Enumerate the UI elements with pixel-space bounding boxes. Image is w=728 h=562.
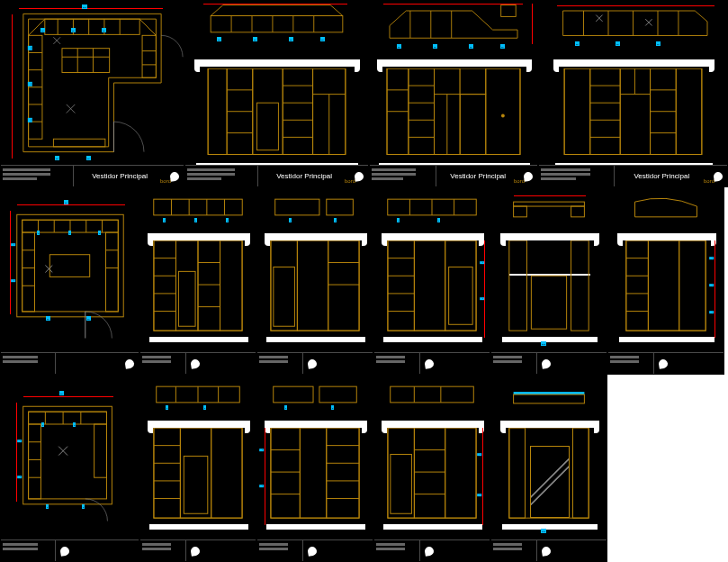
logo-icon bbox=[537, 353, 555, 374]
sheet-elev-l[interactable]: --- bbox=[490, 375, 607, 562]
dim-line bbox=[514, 195, 586, 196]
sheet-elev-f[interactable]: - - - - bbox=[373, 187, 490, 375]
dim-line-v bbox=[715, 240, 715, 338]
dim-label: - bbox=[334, 218, 337, 222]
svg-rect-146 bbox=[449, 267, 473, 324]
titleblock: Vestidor Principal bord bbox=[185, 165, 368, 186]
dim-line-v bbox=[10, 211, 11, 314]
sheet-plan-rect[interactable]: -- - - - - - -- -- bbox=[0, 187, 139, 375]
dim-label: - bbox=[259, 485, 264, 487]
dim-label: - bbox=[477, 453, 481, 456]
dim-label: - bbox=[437, 218, 440, 222]
dim-label: - bbox=[11, 243, 15, 246]
dim-label: -- bbox=[71, 28, 76, 32]
sheet-title: Vestidor Principal bbox=[258, 172, 350, 180]
logo-text: bord bbox=[345, 178, 355, 184]
titleblock bbox=[257, 539, 373, 561]
dim-line bbox=[23, 396, 113, 397]
titleblock bbox=[257, 352, 373, 374]
plan-drawing bbox=[1, 188, 139, 352]
ceiling-slab bbox=[502, 233, 598, 240]
dim-label: - bbox=[477, 494, 481, 496]
sheet-elev-a[interactable]: -- -- -- -- bbox=[184, 0, 369, 187]
drawing-elev-f: - - - - bbox=[374, 188, 490, 352]
titleblock-info bbox=[374, 353, 420, 374]
svg-rect-65 bbox=[460, 68, 486, 95]
sheet-elev-i[interactable]: - - bbox=[139, 375, 256, 562]
svg-marker-26 bbox=[211, 5, 343, 16]
sheet-title: Vestidor Principal bbox=[74, 172, 166, 180]
logo-text: bord bbox=[160, 178, 171, 184]
svg-rect-184 bbox=[211, 428, 242, 518]
svg-rect-208 bbox=[445, 428, 476, 518]
titleblock-info bbox=[1, 166, 74, 186]
svg-rect-150 bbox=[509, 240, 527, 331]
titleblock-info bbox=[374, 540, 420, 561]
dim-label: --- bbox=[541, 529, 546, 533]
svg-rect-67 bbox=[486, 68, 520, 154]
sheet-plan-small[interactable]: -- - - - - - - bbox=[0, 375, 139, 562]
plan-strip bbox=[374, 376, 490, 416]
sheet-elev-g[interactable]: --- bbox=[490, 187, 607, 375]
svg-rect-98 bbox=[22, 232, 35, 312]
dim-label: - bbox=[166, 405, 168, 410]
ceiling-slab bbox=[502, 421, 598, 428]
sheet-plan-principal[interactable]: --- -- -- -- -- -- -- -- -- Vestidor Pri… bbox=[0, 0, 184, 187]
dim-label: - bbox=[82, 504, 85, 509]
plan-strip bbox=[491, 188, 607, 229]
svg-rect-124 bbox=[220, 240, 243, 331]
ceiling-slab bbox=[196, 59, 358, 67]
dim-line-v bbox=[532, 4, 533, 44]
svg-rect-154 bbox=[626, 240, 649, 331]
svg-rect-162 bbox=[29, 412, 107, 499]
titleblock bbox=[1, 352, 139, 374]
titleblock bbox=[374, 539, 490, 561]
sheet-elev-d[interactable]: - - - bbox=[139, 187, 256, 375]
dim-label: - bbox=[68, 231, 71, 235]
plan-strip bbox=[370, 1, 537, 50]
dim-label: -- bbox=[28, 46, 32, 50]
svg-rect-130 bbox=[297, 240, 328, 331]
sheet-elev-j[interactable]: - - - - bbox=[256, 375, 373, 562]
dim-label: - bbox=[259, 449, 264, 451]
sheet-elev-h[interactable]: - - - bbox=[607, 187, 724, 375]
drawing-elev-g: --- bbox=[491, 188, 607, 352]
svg-line-3 bbox=[139, 19, 156, 35]
titleblock bbox=[1, 539, 139, 561]
titleblock-info bbox=[370, 166, 436, 186]
sheet-elev-b[interactable]: -- -- -- -- bbox=[369, 0, 538, 187]
sheet-row-3: -- - - - - - - - bbox=[0, 375, 728, 562]
svg-rect-210 bbox=[514, 394, 585, 403]
dim-label: - bbox=[11, 279, 15, 282]
dim-label: - bbox=[73, 422, 76, 427]
plan-strip bbox=[374, 188, 490, 229]
sheet-elev-e[interactable]: - - bbox=[256, 187, 373, 375]
plan-strip bbox=[140, 376, 256, 416]
svg-rect-16 bbox=[142, 35, 156, 77]
dim-label: - bbox=[163, 218, 166, 222]
logo-icon bbox=[420, 353, 438, 374]
plan-strip bbox=[608, 188, 724, 229]
svg-rect-204 bbox=[414, 428, 445, 518]
dim-label: -- bbox=[217, 37, 221, 41]
titleblock-info bbox=[491, 353, 537, 374]
titleblock-info bbox=[491, 540, 537, 561]
svg-rect-185 bbox=[274, 386, 313, 403]
svg-rect-163 bbox=[29, 412, 107, 424]
svg-rect-152 bbox=[531, 276, 566, 329]
svg-rect-188 bbox=[271, 428, 300, 518]
svg-rect-147 bbox=[514, 202, 585, 206]
drawing-plan-full: --- -- -- -- -- -- -- -- -- bbox=[1, 1, 184, 165]
dim-line bbox=[203, 4, 347, 5]
sheet-elev-k[interactable]: - - bbox=[373, 375, 490, 562]
ceiling-slab bbox=[619, 233, 715, 240]
sheet-elev-c[interactable]: -- -- -- bbox=[538, 0, 728, 187]
drawing-elev-l: --- bbox=[491, 376, 607, 539]
svg-rect-89 bbox=[676, 68, 702, 154]
dim-label: - bbox=[480, 297, 484, 300]
logo-icon bbox=[121, 353, 139, 374]
logo-icon bbox=[537, 540, 555, 561]
dim-line-v bbox=[12, 14, 13, 159]
dim-label: --- bbox=[541, 341, 546, 346]
dim-label: - bbox=[397, 218, 400, 222]
